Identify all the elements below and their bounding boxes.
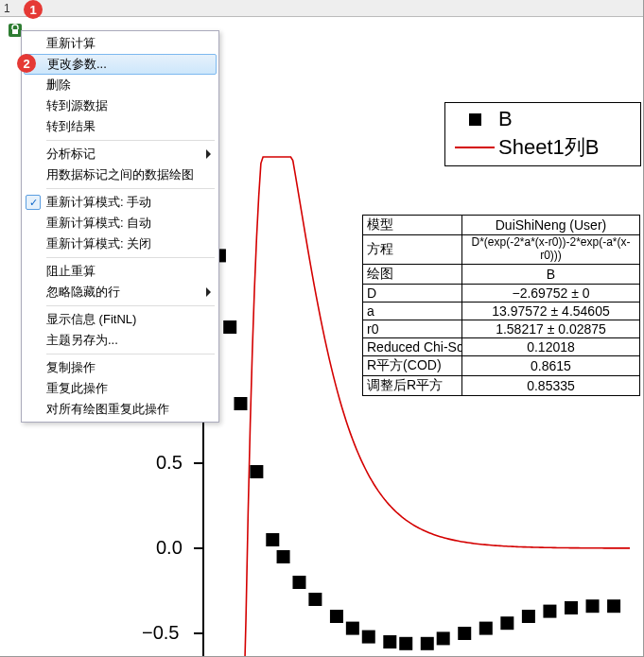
menu-plot-between-markers-label: 用数据标记之间的数据绘图 — [46, 166, 194, 183]
table-row: 绘图B — [363, 264, 640, 284]
menu-separator — [46, 140, 215, 141]
menu-repeat-all[interactable]: 对所有绘图重复此操作 — [24, 399, 217, 420]
step-badge-2-label: 2 — [23, 57, 29, 71]
table-row: 模型DuiShiNeng (User) — [363, 216, 640, 235]
menu-mode-auto[interactable]: 重新计算模式: 自动 — [24, 213, 217, 233]
menu-delete-label: 删除 — [46, 77, 71, 94]
svg-rect-1 — [12, 29, 18, 34]
cell: DuiShiNeng (User) — [462, 216, 640, 235]
menu-ignore-hidden[interactable]: 忽略隐藏的行 — [24, 282, 217, 303]
step-badge-1-label: 1 — [29, 3, 36, 17]
table-row: r01.58217 ± 0.02875 — [363, 320, 640, 337]
menu-save-theme-label: 主题另存为... — [46, 332, 118, 349]
menu-repeat-op-label: 重复此操作 — [46, 380, 108, 397]
menu-delete[interactable]: 删除 — [24, 75, 217, 95]
context-menu: 重新计算 更改参数... 删除 转到源数据 转到结果 分析标记 用数据标记之间的… — [21, 30, 219, 423]
svg-rect-12 — [308, 593, 322, 606]
cell: 0.85335 — [462, 375, 640, 395]
menu-change-parameters-label: 更改参数... — [47, 56, 107, 73]
cell: Reduced Chi-Sqr — [363, 337, 462, 355]
menu-goto-source[interactable]: 转到源数据 — [24, 95, 217, 116]
cell: 绘图 — [363, 264, 462, 284]
menu-save-theme[interactable]: 主题另存为... — [24, 330, 217, 351]
menu-show-info-label: 显示信息 (FitNL) — [46, 311, 136, 328]
cell: −2.69752 ± 0 — [462, 284, 640, 302]
svg-rect-26 — [586, 599, 600, 613]
submenu-arrow-icon — [206, 287, 211, 297]
cell: R平方(COD) — [363, 355, 462, 375]
svg-rect-18 — [421, 637, 434, 650]
menu-mode-auto-label: 重新计算模式: 自动 — [46, 215, 151, 232]
step-badge-2: 2 — [17, 54, 36, 73]
menu-recalculate[interactable]: 重新计算 — [24, 33, 217, 54]
menu-repeat-all-label: 对所有绘图重复此操作 — [46, 401, 169, 418]
legend-fit-label: Sheet1列B — [498, 133, 599, 162]
svg-rect-16 — [383, 635, 396, 648]
menu-mode-manual-label: 重新计算模式: 手动 — [46, 194, 151, 211]
menu-separator — [46, 305, 215, 306]
legend-entry-b: B — [451, 105, 635, 133]
menu-copy-op-label: 复制操作 — [46, 359, 96, 376]
fit-result-table: 模型DuiShiNeng (User) 方程D*(exp(-2*a*(x-r0)… — [362, 215, 640, 396]
title-bar: 1 — [0, 0, 643, 17]
menu-change-parameters[interactable]: 更改参数... — [24, 54, 217, 75]
menu-plot-between-markers[interactable]: 用数据标记之间的数据绘图 — [24, 164, 217, 185]
svg-rect-9 — [266, 533, 279, 546]
svg-rect-21 — [479, 622, 493, 635]
legend-square-icon — [451, 113, 498, 126]
svg-rect-11 — [292, 576, 305, 589]
menu-mode-off-label: 重新计算模式: 关闭 — [46, 235, 151, 252]
svg-rect-20 — [458, 627, 471, 640]
menu-copy-op[interactable]: 复制操作 — [24, 357, 217, 378]
cell: 调整后R平方 — [363, 375, 462, 395]
cell: 模型 — [363, 216, 462, 235]
tick-y-0.0: 0.0 — [156, 537, 183, 559]
legend-line-icon — [451, 147, 498, 148]
table-row: D−2.69752 ± 0 — [363, 284, 640, 302]
tick-y-0.5: 0.5 — [156, 452, 183, 474]
menu-goto-source-label: 转到源数据 — [46, 97, 108, 114]
menu-separator — [46, 354, 215, 354]
menu-separator — [46, 188, 215, 189]
menu-goto-result[interactable]: 转到结果 — [24, 116, 217, 137]
cell: 0.8615 — [462, 355, 640, 375]
cell: a — [363, 302, 462, 320]
legend-box: B Sheet1列B — [444, 102, 641, 166]
svg-rect-23 — [522, 610, 535, 623]
menu-analysis-marker-label: 分析标记 — [46, 146, 96, 163]
check-icon: ✓ — [26, 195, 41, 210]
cell: 1.58217 ± 0.02875 — [462, 320, 640, 337]
menu-block-recalc-label: 阻止重算 — [46, 263, 96, 280]
cell: D*(exp(-2*a*(x-r0))-2*exp(-a*(x-r0))) — [462, 235, 640, 265]
menu-recalculate-label: 重新计算 — [46, 35, 96, 52]
table-row: Reduced Chi-Sqr0.12018 — [363, 337, 640, 355]
menu-block-recalc[interactable]: 阻止重算 — [24, 261, 217, 282]
table-row: a13.97572 ± 4.54605 — [363, 302, 640, 320]
svg-rect-19 — [437, 631, 450, 645]
svg-rect-15 — [362, 631, 375, 644]
svg-rect-6 — [223, 320, 236, 334]
menu-mode-manual[interactable]: ✓重新计算模式: 手动 — [24, 192, 217, 213]
title-text: 1 — [4, 2, 10, 15]
menu-show-info[interactable]: 显示信息 (FitNL) — [24, 309, 217, 330]
svg-rect-17 — [399, 637, 412, 650]
menu-analysis-marker[interactable]: 分析标记 — [24, 144, 217, 164]
svg-rect-13 — [330, 610, 343, 623]
step-badge-1: 1 — [24, 0, 43, 19]
legend-b-label: B — [498, 107, 513, 131]
menu-mode-off[interactable]: 重新计算模式: 关闭 — [24, 233, 217, 254]
table-row: R平方(COD)0.8615 — [363, 355, 640, 375]
svg-rect-14 — [346, 622, 359, 635]
cell: B — [462, 264, 640, 284]
svg-rect-8 — [250, 465, 263, 478]
cell: 方程 — [363, 235, 462, 265]
submenu-arrow-icon — [206, 149, 211, 159]
legend-entry-fit: Sheet1列B — [451, 133, 635, 162]
menu-ignore-hidden-label: 忽略隐藏的行 — [46, 284, 120, 301]
svg-rect-10 — [277, 550, 290, 563]
svg-rect-7 — [234, 397, 247, 410]
svg-rect-27 — [607, 599, 620, 613]
menu-repeat-op[interactable]: 重复此操作 — [24, 378, 217, 399]
cell: 0.12018 — [462, 337, 640, 355]
cell: D — [363, 284, 462, 302]
